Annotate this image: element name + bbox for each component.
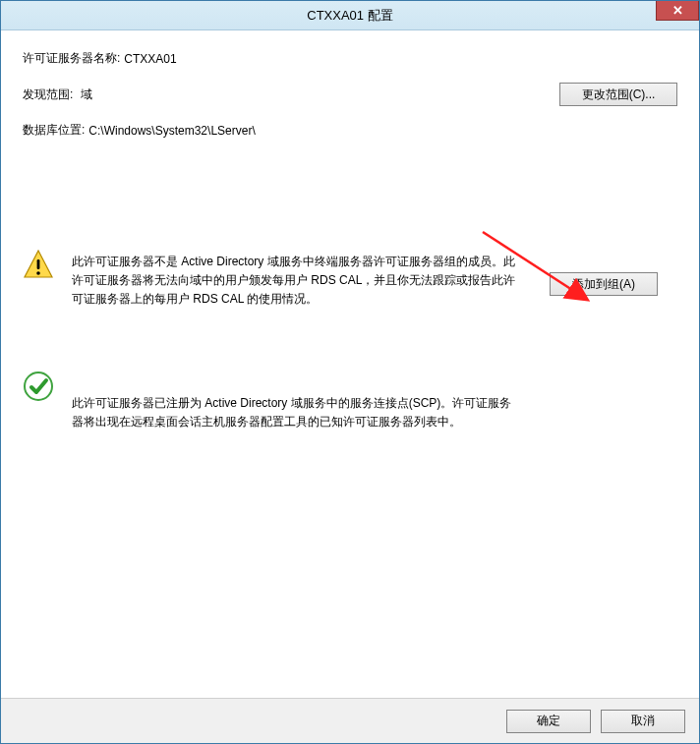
ok-button[interactable]: 确定 (506, 710, 591, 733)
titlebar: CTXXA01 配置 ✕ (1, 1, 699, 30)
success-section: 此许可证服务器已注册为 Active Directory 域服务中的服务连接点(… (23, 369, 677, 431)
success-icon (23, 371, 54, 402)
change-scope-button[interactable]: 更改范围(C)... (559, 83, 677, 106)
db-location-label: 数据库位置: (23, 122, 85, 139)
scope-value: 域 (81, 87, 92, 101)
warning-text: 此许可证服务器不是 Active Directory 域服务中终端服务器许可证服… (72, 253, 532, 310)
window-title: CTXXA01 配置 (307, 7, 392, 25)
db-location-row: 数据库位置: C:\Windows\System32\LServer\ (23, 122, 677, 139)
warning-action: 添加到组(A) (550, 247, 677, 296)
close-icon: ✕ (672, 3, 683, 18)
close-button[interactable]: ✕ (656, 1, 699, 21)
success-action-spacer (550, 369, 677, 394)
cancel-button[interactable]: 取消 (601, 710, 685, 733)
success-text: 此许可证服务器已注册为 Active Directory 域服务中的服务连接点(… (72, 394, 532, 431)
svg-point-3 (25, 372, 52, 400)
server-name-value: CTXXA01 (124, 52, 176, 66)
add-to-group-button[interactable]: 添加到组(A) (550, 272, 658, 296)
warning-section: 此许可证服务器不是 Active Directory 域服务中终端服务器许可证服… (23, 247, 677, 310)
scope-label: 发现范围: (23, 87, 73, 101)
db-location-value: C:\Windows\System32\LServer\ (88, 124, 255, 138)
cancel-label: 取消 (631, 713, 655, 729)
change-scope-label: 更改范围(C)... (582, 86, 656, 103)
svg-point-2 (36, 271, 40, 275)
server-name-row: 许可证服务器名称: CTXXA01 (23, 50, 677, 67)
ok-label: 确定 (537, 713, 560, 729)
config-dialog: CTXXA01 配置 ✕ 许可证服务器名称: CTXXA01 发现范围: 域 更… (0, 0, 700, 744)
warning-icon (23, 249, 54, 280)
dialog-footer: 确定 取消 (1, 698, 699, 743)
server-name-label: 许可证服务器名称: (23, 50, 120, 67)
add-to-group-label: 添加到组(A) (572, 276, 635, 293)
scope-row: 发现范围: 域 更改范围(C)... (23, 83, 677, 106)
content-area: 许可证服务器名称: CTXXA01 发现范围: 域 更改范围(C)... 数据库… (1, 30, 699, 698)
svg-rect-1 (37, 259, 40, 269)
